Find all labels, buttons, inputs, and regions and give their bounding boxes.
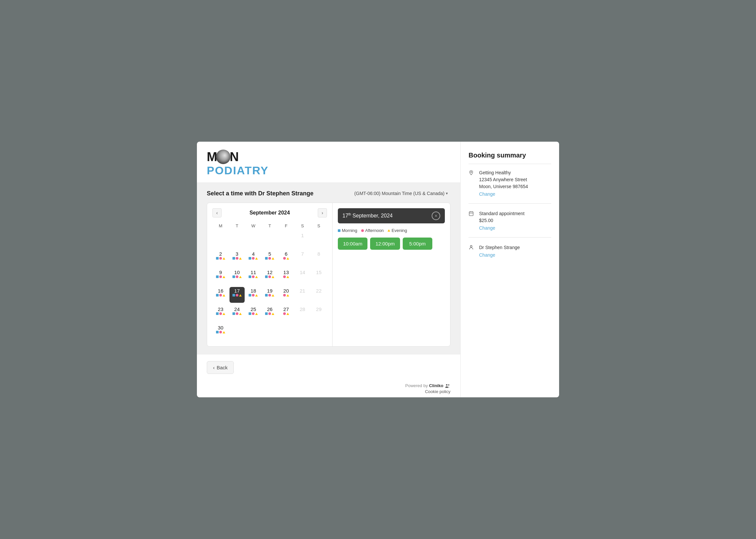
table-row xyxy=(261,230,278,249)
powered-by-label: Powered by xyxy=(405,383,428,388)
evening-icon xyxy=(387,229,390,232)
weekday-m: M xyxy=(212,221,229,230)
svg-point-7 xyxy=(470,246,472,247)
day-25[interactable]: 25 xyxy=(246,305,261,321)
time-slots: 10:00am 12:00pm 5:00pm xyxy=(338,238,445,250)
location-change-link[interactable]: Change xyxy=(479,192,551,197)
location-address2: Moon, Universe 987654 xyxy=(479,183,551,190)
day-13[interactable]: 13 xyxy=(279,269,294,284)
timezone-selector[interactable]: (GMT-06:00) Mountain Time (US & Canada) … xyxy=(352,190,450,197)
legend-morning: Morning xyxy=(338,228,357,233)
table-row xyxy=(310,230,327,249)
day-14: 14 xyxy=(295,269,310,284)
cliniko-icon xyxy=(445,383,450,389)
calendar-grid: M T W T F S S xyxy=(212,221,327,341)
appointment-content: Standard appointment $25.00 Change xyxy=(479,210,551,231)
day-7: 7 xyxy=(295,250,310,266)
day-15: 15 xyxy=(311,269,326,284)
time-slot-500pm[interactable]: 5:00pm xyxy=(403,238,432,250)
prev-month-button[interactable]: ‹ xyxy=(212,208,222,217)
location-icon xyxy=(468,170,475,197)
chevron-down-icon: ▾ xyxy=(446,191,448,196)
day-9[interactable]: 9 xyxy=(213,269,228,284)
weekday-f: F xyxy=(278,221,294,230)
timezone-label: (GMT-06:00) Mountain Time (US & Canada) xyxy=(354,191,445,196)
appointment-change-link[interactable]: Change xyxy=(479,225,551,231)
weekday-t1: T xyxy=(229,221,245,230)
day-24[interactable]: 24 xyxy=(230,305,244,321)
booking-summary-sidebar: Booking summary Getting Healthy 12345 An… xyxy=(460,142,559,397)
appointment-price: $25.00 xyxy=(479,217,551,224)
location-address1: 12345 Anywhere Street xyxy=(479,176,551,183)
logo-podiatry: PODIATRY xyxy=(207,165,269,176)
calendar: ‹ September 2024 › M T W T F xyxy=(207,203,332,346)
content-section: Select a time with Dr Stephen Strange (G… xyxy=(197,183,460,354)
day-3[interactable]: 3 xyxy=(230,250,244,266)
provider-content: Dr Stephen Strange Change xyxy=(479,244,551,258)
selected-date-bar: 17th September, 2024 × xyxy=(338,208,445,223)
table-row: 1 xyxy=(294,230,311,249)
time-slot-1000am[interactable]: 10:00am xyxy=(338,238,368,250)
day-21: 21 xyxy=(295,287,310,303)
afternoon-icon xyxy=(361,229,364,232)
day-18[interactable]: 18 xyxy=(246,287,261,303)
cliniko-brand: Cliniko xyxy=(429,383,450,388)
appointment-type: Standard appointment xyxy=(479,210,551,217)
logo: M N PODIATRY xyxy=(207,150,450,176)
back-chevron-icon: ‹ xyxy=(213,365,215,370)
day-17[interactable]: 17 xyxy=(230,287,244,303)
day-19[interactable]: 19 xyxy=(262,287,277,303)
svg-point-1 xyxy=(448,384,449,385)
provider-name: Dr Stephen Strange xyxy=(479,244,551,251)
close-date-button[interactable]: × xyxy=(432,211,440,220)
provider-change-link[interactable]: Change xyxy=(479,252,551,258)
morning-label: Morning xyxy=(342,228,357,233)
day-16[interactable]: 16 xyxy=(213,287,228,303)
day-23[interactable]: 23 xyxy=(213,305,228,321)
day-12[interactable]: 12 xyxy=(262,269,277,284)
provider-section: Dr Stephen Strange Change xyxy=(468,244,551,264)
calendar-month: September 2024 xyxy=(249,210,290,216)
back-label: Back xyxy=(217,365,228,370)
next-month-button[interactable]: › xyxy=(318,208,327,217)
day-27[interactable]: 27 xyxy=(279,305,294,321)
day-4[interactable]: 4 xyxy=(246,250,261,266)
date-superscript: th xyxy=(348,212,351,216)
table-row xyxy=(212,230,229,249)
weekday-s2: S xyxy=(310,221,327,230)
day-20[interactable]: 20 xyxy=(279,287,294,303)
day-5[interactable]: 5 xyxy=(262,250,277,266)
day-2[interactable]: 2 xyxy=(213,250,228,266)
appointment-section: Standard appointment $25.00 Change xyxy=(468,210,551,238)
table-row xyxy=(229,230,245,249)
evening-label: Evening xyxy=(391,228,407,233)
day-6[interactable]: 6 xyxy=(279,250,294,266)
day-30[interactable]: 30 xyxy=(213,324,228,340)
svg-point-0 xyxy=(446,384,448,386)
day-28: 28 xyxy=(295,305,310,321)
selected-date-text: 17th September, 2024 xyxy=(342,212,392,219)
calendar-header: ‹ September 2024 › xyxy=(212,208,327,217)
logo-section: M N PODIATRY xyxy=(197,142,460,183)
calendar-icon xyxy=(468,211,475,231)
back-button[interactable]: ‹ Back xyxy=(207,361,234,374)
day-22: 22 xyxy=(311,287,326,303)
time-slot-1200pm[interactable]: 12:00pm xyxy=(370,238,400,250)
day-10[interactable]: 10 xyxy=(230,269,244,284)
day-26[interactable]: 26 xyxy=(262,305,277,321)
day-29: 29 xyxy=(311,305,326,321)
person-icon xyxy=(468,245,475,258)
weekday-t2: T xyxy=(261,221,278,230)
day-11[interactable]: 11 xyxy=(246,269,261,284)
svg-point-2 xyxy=(470,171,471,172)
logo-text: M xyxy=(207,151,217,163)
location-content: Getting Healthy 12345 Anywhere Street Mo… xyxy=(479,169,551,197)
page-title: Select a time with Dr Stephen Strange xyxy=(207,190,313,197)
location-section: Getting Healthy 12345 Anywhere Street Mo… xyxy=(468,169,551,203)
cookie-policy-link[interactable]: Cookie policy xyxy=(425,389,450,394)
morning-icon xyxy=(338,229,340,232)
footer-section: ‹ Back xyxy=(197,354,460,381)
location-name: Getting Healthy xyxy=(479,169,551,176)
table-row xyxy=(245,230,262,249)
powered-by: Powered by Cliniko Cookie policy xyxy=(197,381,460,397)
